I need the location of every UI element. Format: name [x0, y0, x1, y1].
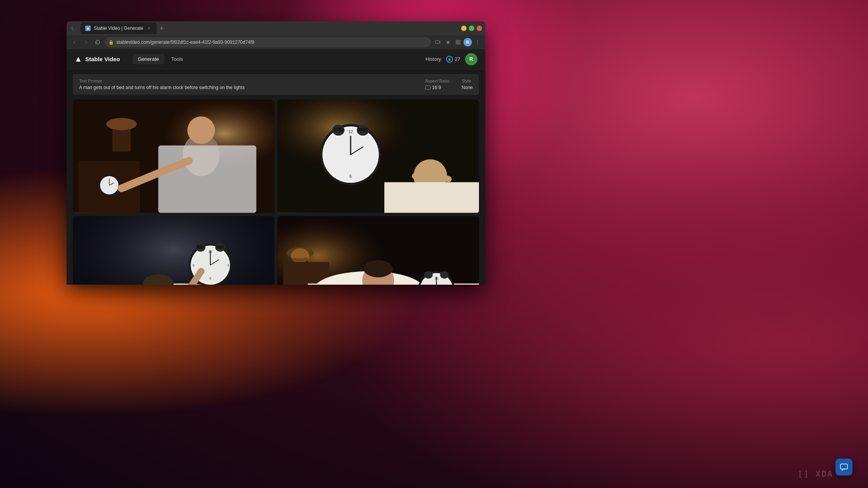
- browser-actions: ★ R ⋮: [433, 38, 482, 47]
- svg-marker-0: [87, 27, 89, 29]
- svg-text:9: 9: [193, 263, 195, 267]
- browser-titlebar: Stable Video | Generate × + − □ ×: [67, 21, 485, 35]
- svg-text:3: 3: [379, 152, 381, 157]
- browser-menu-button[interactable]: ⋮: [473, 38, 482, 47]
- image-card-2[interactable]: 12 6 9 3: [277, 100, 479, 213]
- window-maximize-button[interactable]: □: [469, 26, 474, 31]
- browser-window: Stable Video | Generate × + − □ ×: [67, 21, 485, 285]
- address-box[interactable]: 🔒 stablevideo.com/generate/5f02df1c-eae4…: [105, 37, 431, 47]
- svg-point-18: [188, 116, 215, 144]
- url-text: stablevideo.com/generate/5f02df1c-eae4-4…: [116, 40, 427, 45]
- prompt-label: Text Prompt: [79, 79, 416, 83]
- tab-bar: Stable Video | Generate × +: [81, 22, 456, 34]
- aspect-ratio-item: Aspect Ratio 16:9: [425, 79, 449, 90]
- svg-rect-3: [458, 40, 460, 42]
- svg-rect-27: [334, 128, 343, 131]
- cast-button[interactable]: [433, 38, 443, 47]
- svg-text:9: 9: [320, 152, 323, 157]
- svg-rect-28: [358, 128, 368, 131]
- xda-watermark: [] XDA: [798, 469, 833, 479]
- svg-rect-19: [158, 146, 256, 213]
- lock-icon: 🔒: [108, 40, 114, 45]
- svg-rect-1: [436, 41, 439, 43]
- star-button[interactable]: ★: [443, 38, 453, 47]
- window-controls: − □ ×: [461, 26, 482, 31]
- chat-button[interactable]: [835, 459, 852, 476]
- browser-back-button: [70, 25, 76, 31]
- forward-button: [81, 38, 91, 47]
- app-logo: Stable Video: [74, 55, 120, 63]
- style-label: Style: [462, 79, 473, 83]
- nav-item-generate[interactable]: Generate: [133, 54, 164, 64]
- tab-close-button[interactable]: ×: [146, 26, 152, 31]
- aspect-ratio-icon: [425, 86, 431, 89]
- logo-text: Stable Video: [85, 56, 120, 62]
- style-value: None: [462, 85, 473, 90]
- prompt-value: A man gets out of bed and turns off his …: [79, 85, 416, 90]
- svg-text:12: 12: [348, 129, 353, 134]
- prompt-bar: Text Prompt A man gets out of bed and tu…: [73, 74, 479, 95]
- browser-profile[interactable]: R: [463, 38, 472, 46]
- credits-icon: ◉: [446, 56, 453, 63]
- credits-count: 27: [455, 56, 460, 62]
- image-card-3[interactable]: 12 6 9 3: [73, 216, 274, 285]
- svg-rect-78: [840, 464, 847, 469]
- svg-rect-5: [458, 43, 460, 44]
- svg-rect-2: [456, 40, 458, 42]
- nav-item-tools[interactable]: Tools: [166, 54, 188, 64]
- image-card-1[interactable]: [73, 100, 274, 213]
- svg-rect-4: [456, 43, 458, 44]
- refresh-button[interactable]: [93, 38, 102, 47]
- back-button: [70, 38, 79, 47]
- app-header: Stable Video Generate Tools History ◉ 27…: [67, 49, 485, 69]
- app-nav: Generate Tools: [133, 54, 425, 64]
- svg-point-11: [106, 118, 137, 130]
- main-area[interactable]: Text Prompt A man gets out of bed and tu…: [67, 69, 485, 285]
- svg-marker-6: [76, 57, 81, 62]
- svg-rect-38: [73, 216, 274, 285]
- header-right: History ◉ 27 R: [425, 53, 477, 65]
- history-button[interactable]: History: [425, 56, 441, 62]
- prompt-meta: Aspect Ratio 16:9 Style None: [425, 79, 473, 90]
- svg-text:6: 6: [350, 174, 352, 179]
- extensions-button[interactable]: [453, 38, 463, 47]
- svg-rect-48: [217, 245, 224, 248]
- logo-icon: [74, 55, 82, 63]
- new-tab-button[interactable]: +: [157, 24, 166, 33]
- svg-point-71: [440, 271, 449, 278]
- image-card-4[interactable]: 12 6 9 3: [277, 216, 479, 285]
- svg-point-70: [424, 271, 433, 278]
- browser-tab-active[interactable]: Stable Video | Generate ×: [81, 22, 157, 34]
- svg-rect-36: [384, 182, 479, 213]
- tab-favicon: [85, 26, 91, 31]
- prompt-section: Text Prompt A man gets out of bed and tu…: [79, 79, 416, 90]
- svg-point-60: [291, 248, 309, 264]
- svg-text:3: 3: [227, 263, 229, 267]
- image-grid: 12 6 9 3: [67, 95, 485, 285]
- style-item: Style None: [462, 79, 473, 90]
- aspect-ratio-label: Aspect Ratio: [425, 79, 449, 83]
- credits-badge: ◉ 27: [446, 56, 460, 63]
- svg-text:6: 6: [209, 276, 211, 280]
- svg-rect-47: [197, 245, 204, 248]
- window-minimize-button[interactable]: −: [461, 26, 467, 31]
- svg-point-65: [363, 260, 393, 277]
- address-bar-row: 🔒 stablevideo.com/generate/5f02df1c-eae4…: [67, 35, 485, 49]
- window-close-button[interactable]: ×: [477, 26, 482, 31]
- user-avatar[interactable]: R: [465, 53, 477, 65]
- aspect-ratio-value: 16:9: [425, 85, 449, 90]
- app-content: Stable Video Generate Tools History ◉ 27…: [67, 49, 485, 285]
- tab-title: Stable Video | Generate: [94, 26, 143, 31]
